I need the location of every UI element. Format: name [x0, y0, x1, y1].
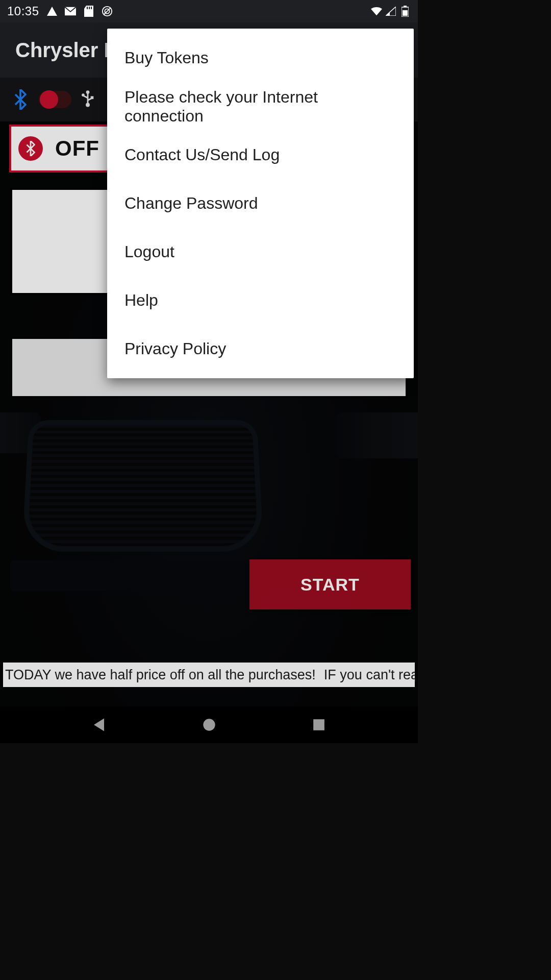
nav-overview-button[interactable]	[308, 714, 330, 736]
nav-back-button[interactable]	[88, 714, 110, 736]
page-title: Chrysler P	[15, 39, 117, 62]
menu-item-label: Logout	[124, 242, 174, 261]
svg-point-14	[203, 719, 215, 730]
menu-item-label: Privacy Policy	[124, 339, 226, 358]
svg-rect-15	[313, 719, 324, 730]
dnd-icon	[102, 6, 113, 17]
menu-item-buy-tokens[interactable]: Buy Tokens	[107, 34, 414, 82]
warning-icon	[46, 6, 58, 17]
ticker-text-2: IF you can't read pin...	[322, 667, 415, 683]
menu-item-label: Change Password	[124, 194, 258, 213]
nav-home-button[interactable]	[198, 714, 220, 736]
menu-item-label: Help	[124, 291, 158, 310]
mail-icon	[65, 6, 76, 17]
svg-point-13	[86, 103, 90, 107]
battery-icon	[399, 6, 411, 17]
usb-icon	[81, 90, 95, 109]
promo-ticker: TODAY we have half price off on all the …	[3, 663, 415, 687]
android-nav-bar	[0, 706, 418, 743]
menu-item-logout[interactable]: Logout	[107, 228, 414, 276]
svg-rect-3	[91, 7, 92, 9]
svg-point-11	[82, 93, 85, 96]
overflow-menu: Buy Tokens Please check your Internet co…	[107, 29, 414, 378]
menu-item-privacy-policy[interactable]: Privacy Policy	[107, 325, 414, 373]
bluetooth-toggle[interactable]	[39, 91, 71, 108]
cell-signal-icon	[385, 6, 396, 17]
menu-item-label: Contact Us/Send Log	[124, 145, 280, 164]
bluetooth-status-icon	[18, 136, 43, 161]
menu-item-check-connection[interactable]: Please check your Internet connection	[107, 82, 414, 131]
menu-item-contact-us[interactable]: Contact Us/Send Log	[107, 131, 414, 179]
svg-rect-2	[89, 7, 90, 9]
start-button[interactable]: START	[249, 559, 411, 609]
status-bar: 10:35	[0, 0, 418, 22]
menu-item-label: Buy Tokens	[124, 48, 209, 67]
wifi-icon	[371, 6, 382, 17]
svg-rect-12	[91, 96, 94, 99]
svg-rect-1	[87, 7, 88, 9]
toggle-knob	[40, 90, 58, 109]
connection-status-label: OFF	[55, 136, 99, 161]
start-label: START	[300, 575, 360, 595]
bluetooth-icon	[11, 89, 30, 110]
menu-item-label: Please check your Internet connection	[124, 88, 396, 126]
menu-item-change-password[interactable]: Change Password	[107, 179, 414, 228]
status-right	[371, 6, 411, 17]
sd-card-icon	[83, 6, 94, 17]
ticker-text-1: TODAY we have half price off on all the …	[3, 667, 318, 683]
svg-rect-9	[403, 10, 408, 16]
status-time: 10:35	[7, 4, 39, 18]
menu-item-help[interactable]: Help	[107, 276, 414, 325]
status-left: 10:35	[7, 4, 113, 18]
